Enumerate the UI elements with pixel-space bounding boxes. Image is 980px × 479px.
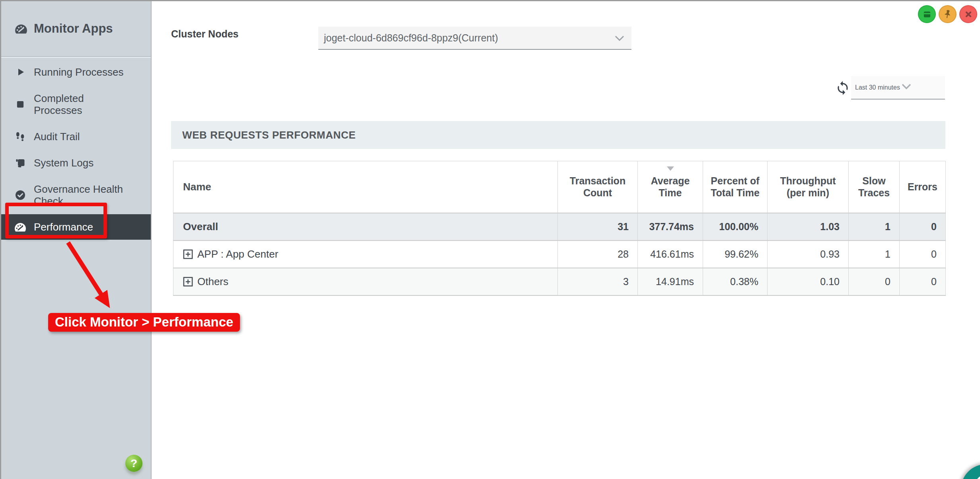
time-range-select[interactable]: Last 30 minutes <box>851 76 945 100</box>
cell-throughput: 0.93 <box>768 240 849 268</box>
panel-title: WEB REQUESTS PERFORMANCE <box>171 121 945 149</box>
expand-plus-icon[interactable] <box>183 277 193 287</box>
annotation-highlight-box <box>5 203 107 239</box>
sidebar-item-label: System Logs <box>34 157 94 169</box>
column-header-transaction-count[interactable]: Transaction Count <box>558 161 638 213</box>
table-row-app-app-center: APP : App Center 28 416.61ms 99.62% 0.93… <box>173 240 946 268</box>
time-range-control: Last 30 minutes <box>835 76 945 100</box>
chevron-down-icon <box>615 27 624 49</box>
cell-errors: 0 <box>900 268 946 295</box>
close-button[interactable] <box>959 5 977 23</box>
sidebar-item-system-logs[interactable]: System Logs <box>1 150 151 176</box>
cell-slow-traces: 0 <box>849 268 900 295</box>
cell-errors: 0 <box>900 213 946 240</box>
pin-icon <box>942 9 953 20</box>
expand-plus-icon[interactable] <box>183 249 193 259</box>
sidebar-title: Monitor Apps <box>34 22 113 36</box>
window-controls <box>918 5 977 23</box>
sidebar-item-audit-trail[interactable]: Audit Trail <box>1 123 151 150</box>
scroll-icon <box>13 157 27 169</box>
sidebar-item-label: Running Processes <box>34 66 123 78</box>
check-circle-icon <box>13 189 27 201</box>
cell-slow-traces: 1 <box>849 240 900 268</box>
cluster-nodes-label: Cluster Nodes <box>171 28 238 40</box>
column-header-percent-of-total-time[interactable]: Percent of Total Time <box>703 161 768 213</box>
table-row-overall: Overall 31 377.74ms 100.00% 1.03 1 0 <box>173 213 946 240</box>
sidebar-item-running-processes[interactable]: Running Processes <box>1 59 151 85</box>
stop-icon <box>13 98 27 110</box>
cell-transaction-count: 28 <box>558 240 638 268</box>
cell-percent-of-total-time: 100.00% <box>703 213 768 240</box>
sort-descending-icon <box>667 166 674 171</box>
maximize-icon <box>922 9 932 20</box>
sidebar: Monitor Apps Running Processes Completed… <box>1 1 152 479</box>
help-button[interactable]: ? <box>125 455 142 472</box>
cluster-nodes-select[interactable]: joget-cloud-6d869cf96d-8ppz9(Current) <box>318 27 631 50</box>
table-header-row: Name Transaction Count Average Time Perc… <box>173 161 946 213</box>
sidebar-item-label: Completed Processes <box>34 92 134 116</box>
pencil-icon <box>969 471 980 479</box>
web-requests-performance-table: Name Transaction Count Average Time Perc… <box>173 161 946 296</box>
cell-average-time: 14.91ms <box>638 268 703 295</box>
row-name: Others <box>173 268 558 295</box>
question-mark-icon: ? <box>131 457 137 470</box>
column-header-name[interactable]: Name <box>173 161 558 213</box>
row-name: Overall <box>173 213 558 240</box>
maximize-button[interactable] <box>918 5 936 23</box>
cell-errors: 0 <box>900 240 946 268</box>
cell-average-time: 377.74ms <box>638 213 703 240</box>
cell-average-time: 416.61ms <box>638 240 703 268</box>
cell-throughput: 0.10 <box>768 268 849 295</box>
pin-button[interactable] <box>939 5 957 23</box>
cell-percent-of-total-time: 0.38% <box>703 268 768 295</box>
sidebar-item-completed-processes[interactable]: Completed Processes <box>1 85 151 123</box>
monitor-apps-window: Monitor Apps Running Processes Completed… <box>0 0 980 479</box>
close-icon <box>963 9 974 20</box>
column-header-slow-traces[interactable]: Slow Traces <box>849 161 900 213</box>
cell-percent-of-total-time: 99.62% <box>703 240 768 268</box>
time-range-value: Last 30 minutes <box>851 84 900 91</box>
footprints-icon <box>13 131 27 143</box>
cell-throughput: 1.03 <box>768 213 849 240</box>
play-icon <box>13 66 27 78</box>
gauge-icon <box>14 22 28 35</box>
cell-transaction-count: 31 <box>558 213 638 240</box>
main-content: Cluster Nodes joget-cloud-6d869cf96d-8pp… <box>152 1 980 479</box>
sidebar-item-label: Audit Trail <box>34 131 80 143</box>
column-header-throughput[interactable]: Throughput (per min) <box>768 161 849 213</box>
column-header-average-time[interactable]: Average Time <box>638 161 703 213</box>
cell-transaction-count: 3 <box>558 268 638 295</box>
cluster-nodes-value: joget-cloud-6d869cf96d-8ppz9(Current) <box>318 27 631 49</box>
column-header-errors[interactable]: Errors <box>900 161 946 213</box>
sidebar-header: Monitor Apps <box>1 1 151 57</box>
cell-slow-traces: 1 <box>849 213 900 240</box>
chevron-down-icon <box>902 84 911 91</box>
row-name: APP : App Center <box>173 240 558 268</box>
annotation-label: Click Monitor > Performance <box>48 313 240 332</box>
refresh-icon[interactable] <box>835 80 850 96</box>
table-row-others: Others 3 14.91ms 0.38% 0.10 0 0 <box>173 268 946 295</box>
